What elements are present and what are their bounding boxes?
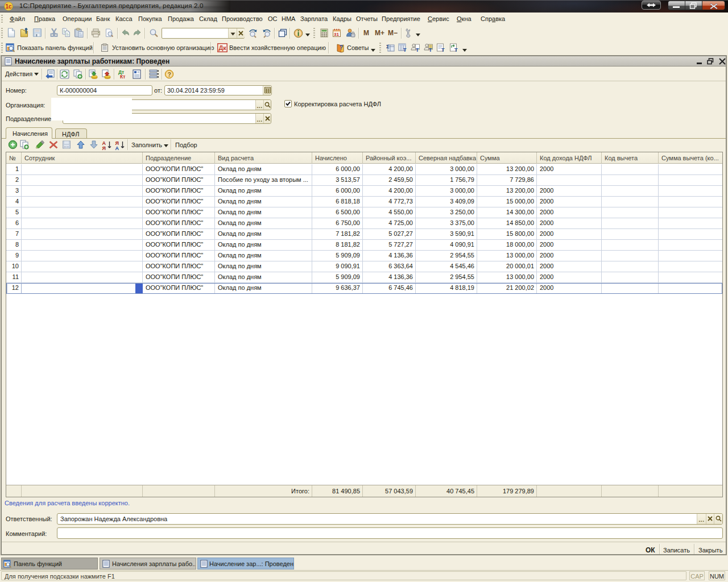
svg-text:T: T — [403, 47, 407, 52]
svg-text:T: T — [454, 47, 458, 52]
svg-text:31: 31 — [334, 32, 339, 37]
svg-text:А: А — [115, 146, 119, 151]
svg-text:1с: 1с — [6, 3, 13, 10]
svg-text:T: T — [429, 47, 432, 52]
svg-text:?: ? — [168, 71, 171, 78]
svg-text:ЕОК: ЕОК — [64, 146, 69, 148]
svg-text:?: ? — [340, 44, 343, 51]
svg-text:Σ: Σ — [386, 44, 390, 49]
svg-text:Кт: Кт — [120, 74, 125, 79]
svg-text:T: T — [441, 47, 445, 52]
svg-text:Я: Я — [102, 146, 106, 151]
svg-text:T: T — [416, 47, 419, 52]
svg-text:Дк: Дк — [219, 44, 227, 51]
